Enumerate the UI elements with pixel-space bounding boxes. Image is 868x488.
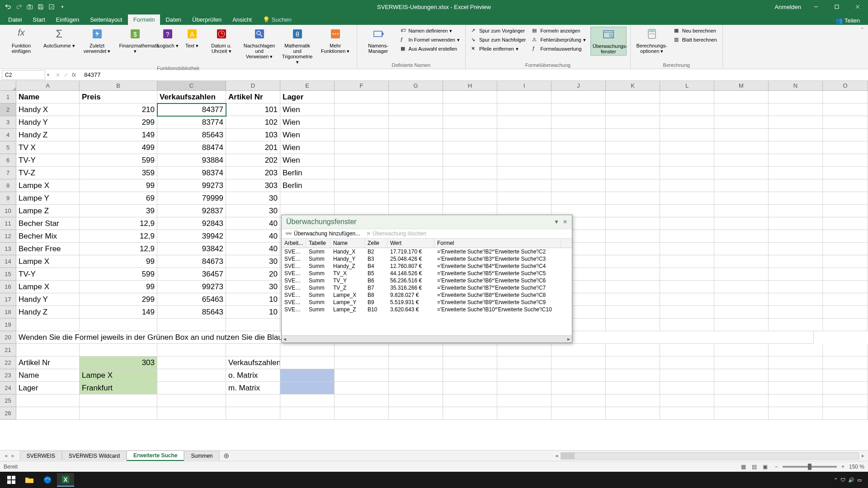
insert-function-button[interactable]: fxFunktion einfügen: [4, 27, 39, 55]
cell[interactable]: 101: [226, 103, 280, 116]
col-header-h[interactable]: H: [443, 81, 497, 90]
cell[interactable]: [714, 116, 769, 129]
cell[interactable]: [823, 167, 868, 179]
cell[interactable]: 99: [80, 179, 157, 192]
fx-button[interactable]: fx: [72, 72, 76, 78]
cell[interactable]: [389, 407, 443, 420]
cell[interactable]: [823, 205, 868, 217]
cell[interactable]: [335, 179, 389, 192]
cell[interactable]: [606, 369, 660, 382]
cell[interactable]: [660, 154, 714, 167]
cell[interactable]: [80, 394, 157, 407]
cell[interactable]: 599: [80, 154, 157, 167]
watch-col-name[interactable]: Name: [330, 239, 365, 248]
cell[interactable]: 103: [226, 129, 280, 141]
cell[interactable]: Handy Z: [16, 306, 80, 319]
row-header[interactable]: 8: [0, 179, 16, 192]
cell[interactable]: [497, 91, 552, 103]
watch-col-zelle[interactable]: Zelle: [365, 239, 387, 248]
cell[interactable]: [714, 319, 769, 331]
sheet-tab-sverweis[interactable]: SVERWEIS: [20, 451, 62, 460]
cell[interactable]: [157, 357, 226, 369]
cell[interactable]: [443, 103, 497, 116]
cell[interactable]: [443, 369, 497, 382]
row-header[interactable]: 10: [0, 205, 16, 217]
cell[interactable]: [823, 268, 868, 281]
cell[interactable]: [497, 192, 552, 205]
row-header[interactable]: 5: [0, 141, 16, 154]
cell[interactable]: [714, 230, 769, 243]
cell[interactable]: [157, 382, 226, 394]
signin-button[interactable]: Anmelden: [770, 2, 806, 12]
cell[interactable]: [335, 141, 389, 154]
cell[interactable]: [769, 141, 823, 154]
cell[interactable]: [389, 129, 443, 141]
cell[interactable]: 93842: [157, 243, 226, 255]
cell[interactable]: [335, 357, 389, 369]
cell[interactable]: [606, 243, 660, 255]
cell[interactable]: [823, 382, 868, 394]
namebox-dropdown-icon[interactable]: ▼: [45, 73, 50, 77]
cell[interactable]: [552, 167, 606, 179]
cell[interactable]: Name: [16, 369, 80, 382]
cell[interactable]: [606, 154, 660, 167]
zoom-out-button[interactable]: −: [775, 464, 778, 470]
cell[interactable]: [443, 394, 497, 407]
create-from-selection-button[interactable]: ▦Aus Auswahl erstellen: [399, 45, 462, 53]
cell[interactable]: [389, 369, 443, 382]
cell[interactable]: [552, 344, 606, 357]
cell[interactable]: Lampe Y: [16, 192, 80, 205]
cell[interactable]: [769, 344, 823, 357]
cell[interactable]: 40: [226, 230, 280, 243]
cell[interactable]: [769, 369, 823, 382]
cell[interactable]: [16, 394, 80, 407]
lookup-button[interactable]: Nachschlagen und Verweisen ▾: [242, 27, 277, 60]
cell[interactable]: m. Matrix: [226, 382, 280, 394]
cell[interactable]: TV-Z: [16, 167, 80, 179]
watch-row[interactable]: SVERW...SummLampe_ZB103.620.643 €='Erwei…: [282, 306, 572, 313]
cell[interactable]: [660, 306, 714, 319]
datetime-button[interactable]: Datum u. Uhrzeit ▾: [204, 27, 239, 55]
cell[interactable]: [769, 192, 823, 205]
cell[interactable]: 303: [226, 179, 280, 192]
cell[interactable]: [335, 154, 389, 167]
cell[interactable]: 149: [80, 306, 157, 319]
cell[interactable]: [80, 344, 157, 357]
cancel-formula-button[interactable]: ✕: [56, 72, 60, 78]
cell[interactable]: [157, 344, 226, 357]
cell[interactable]: [660, 103, 714, 116]
tab-seitenlayout[interactable]: Seitenlayout: [85, 14, 128, 25]
cell[interactable]: [714, 154, 769, 167]
cell[interactable]: [769, 255, 823, 268]
cell[interactable]: [769, 394, 823, 407]
cell[interactable]: 299: [80, 116, 157, 129]
cell[interactable]: [497, 141, 552, 154]
cell[interactable]: [769, 154, 823, 167]
row-header[interactable]: 2: [0, 103, 16, 116]
row-header[interactable]: 6: [0, 154, 16, 167]
cell[interactable]: [226, 344, 280, 357]
col-header-f[interactable]: F: [335, 81, 389, 90]
cell[interactable]: [606, 179, 660, 192]
cell[interactable]: [660, 129, 714, 141]
cell[interactable]: 210: [80, 103, 157, 116]
cell[interactable]: [497, 103, 552, 116]
show-formulas-button[interactable]: ▤Formeln anzeigen: [530, 27, 588, 35]
cell[interactable]: Berlin: [280, 167, 335, 179]
cell[interactable]: [660, 394, 714, 407]
cell[interactable]: 99273: [157, 179, 226, 192]
cell[interactable]: [157, 394, 226, 407]
cell[interactable]: [660, 141, 714, 154]
cell[interactable]: [714, 369, 769, 382]
cell[interactable]: [280, 344, 335, 357]
cell[interactable]: 88474: [157, 141, 226, 154]
cell[interactable]: [823, 129, 868, 141]
cell[interactable]: [443, 167, 497, 179]
sheet-tab-summen[interactable]: Summen: [184, 451, 219, 460]
evaluate-formula-button[interactable]: ƒFormelauswertung: [530, 45, 588, 53]
cell[interactable]: 92843: [157, 217, 226, 230]
row-header[interactable]: 16: [0, 281, 16, 293]
cell[interactable]: 93884: [157, 154, 226, 167]
cell[interactable]: [497, 154, 552, 167]
watch-window[interactable]: Überwachungsfenster ▼ ✕ 👓Überwachung hin…: [281, 215, 572, 343]
